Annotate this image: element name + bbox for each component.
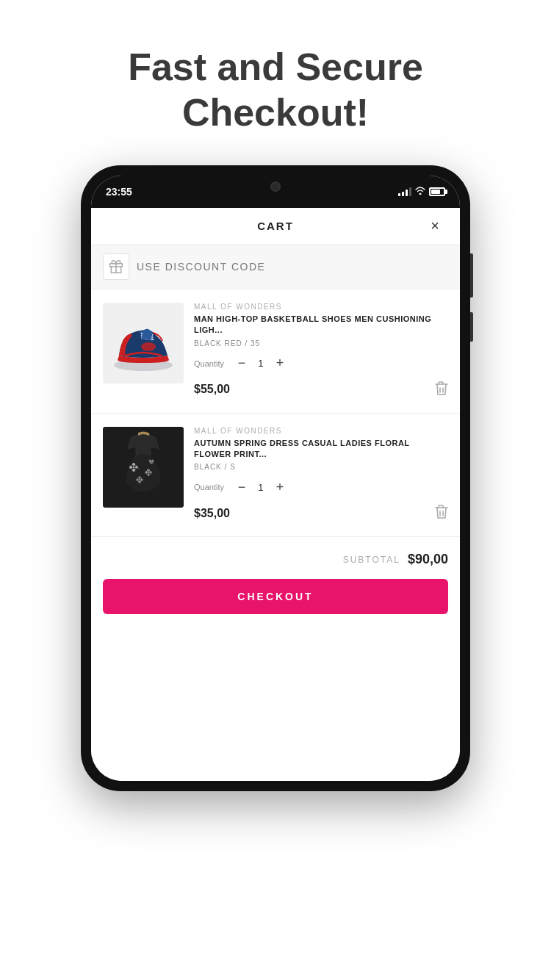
cart-header: CART × [91, 208, 460, 245]
phone-screen: 23:55 [91, 176, 460, 781]
svg-point-31 [149, 459, 151, 461]
phone-frame: 23:55 [81, 165, 470, 791]
svg-point-22 [145, 471, 148, 474]
camera [270, 181, 281, 192]
svg-point-26 [140, 478, 143, 481]
price-row: $55,00 [194, 380, 448, 400]
item-image-dress [103, 427, 184, 508]
svg-point-25 [138, 476, 141, 479]
increase-qty-button[interactable]: + [271, 355, 289, 372]
gift-icon [103, 253, 129, 280]
discount-input[interactable] [137, 261, 448, 273]
svg-point-27 [138, 480, 141, 483]
decrease-qty-button[interactable]: − [233, 478, 251, 496]
notch [228, 176, 323, 198]
volume-button [470, 312, 473, 342]
battery-icon [429, 187, 445, 196]
close-button[interactable]: × [425, 215, 445, 236]
checkout-button[interactable]: CHECKOUT [103, 579, 448, 614]
delete-item-button[interactable] [433, 503, 448, 523]
svg-point-15 [132, 469, 135, 472]
item-name: AUTUMN SPRING DRESS CASUAL LADIES FLORAL… [194, 438, 448, 461]
item-store: MALL OF WONDERS [194, 427, 448, 435]
qty-value: 1 [251, 358, 271, 369]
bottom-section: SUBTOTAL $90,00 CHECKOUT [91, 537, 460, 626]
svg-point-29 [139, 478, 140, 480]
quantity-row: Quantity − 1 + [194, 478, 448, 496]
quantity-row: Quantity − 1 + [194, 355, 448, 372]
status-bar: 23:55 [91, 176, 460, 208]
item-variant: BLACK / S [194, 463, 448, 471]
decrease-qty-button[interactable]: − [233, 355, 251, 372]
svg-point-17 [133, 466, 135, 468]
svg-point-16 [129, 466, 132, 469]
price-row: $35,00 [194, 503, 448, 523]
increase-qty-button[interactable]: + [271, 478, 289, 496]
status-time: 23:55 [106, 186, 132, 198]
quantity-label: Quantity [194, 359, 224, 368]
app-content: CART × [91, 208, 460, 781]
item-store: MALL OF WONDERS [194, 303, 448, 311]
subtotal-value: $90,00 [408, 552, 448, 567]
subtotal-label: SUBTOTAL [343, 555, 400, 565]
item-price: $55,00 [194, 383, 230, 396]
page-title: Fast and Secure Checkout! [55, 44, 496, 136]
svg-point-28 [136, 478, 139, 481]
item-details-shoes: MALL OF WONDERS MAN HIGH-TOP BASKETBALL … [194, 303, 448, 400]
discount-section[interactable] [91, 245, 460, 289]
power-button [470, 253, 473, 298]
delete-item-button[interactable] [433, 380, 448, 400]
quantity-label: Quantity [194, 483, 224, 491]
item-price: $35,00 [194, 507, 230, 520]
status-icons [398, 186, 445, 197]
svg-point-32 [152, 459, 154, 461]
cart-item: MALL OF WONDERS AUTUMN SPRING DRESS CASU… [91, 414, 460, 538]
cart-title: CART [257, 220, 294, 232]
subtotal-row: SUBTOTAL $90,00 [103, 552, 448, 567]
svg-point-7 [141, 342, 156, 351]
svg-point-13 [132, 463, 135, 466]
item-variant: BLACK RED / 35 [194, 339, 448, 347]
item-name: MAN HIGH-TOP BASKETBALL SHOES MEN CUSHIO… [194, 314, 448, 336]
signal-icon [398, 187, 411, 196]
cart-item: MALL OF WONDERS MAN HIGH-TOP BASKETBALL … [91, 289, 460, 414]
wifi-icon [415, 186, 425, 197]
item-image-shoes [103, 303, 184, 383]
item-details-dress: MALL OF WONDERS AUTUMN SPRING DRESS CASU… [194, 427, 448, 524]
svg-point-19 [147, 469, 150, 472]
qty-value: 1 [251, 482, 271, 493]
